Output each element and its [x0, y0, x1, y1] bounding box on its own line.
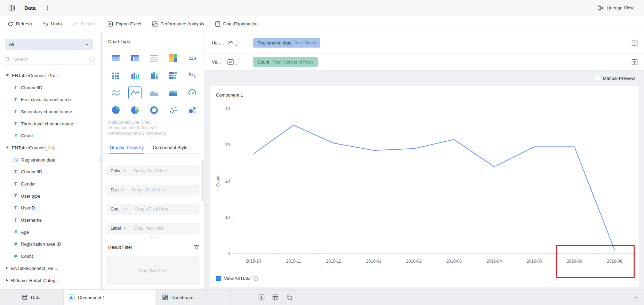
- chart-type-filled-area-icon[interactable]: [144, 84, 163, 101]
- chart-type-multi-series-line-icon[interactable]: [125, 84, 144, 101]
- view-all-data-checkbox[interactable]: [216, 276, 221, 281]
- axis-filter-button[interactable]: [631, 59, 638, 65]
- main-area: Ho... Registration date Year-Month Ve...…: [204, 32, 644, 289]
- filter-funnel-icon[interactable]: [194, 245, 199, 250]
- vertical-axis-type-button[interactable]: [227, 59, 238, 66]
- collapsed-triangle-icon[interactable]: [6, 279, 8, 282]
- more-menu-icon[interactable]: [45, 5, 50, 11]
- tree-table-item[interactable]: ENTableConnect_Us...: [0, 142, 100, 154]
- tree-field-item[interactable]: TFirst class channel name: [0, 93, 100, 106]
- tree-field-item[interactable]: TGender: [0, 178, 100, 190]
- chevron-up-icon: [634, 295, 639, 300]
- chart-type-scatter-icon[interactable]: [163, 101, 183, 119]
- gear-icon[interactable]: ⚙: [121, 188, 124, 192]
- axis-filter-button[interactable]: [631, 40, 638, 46]
- chart-type-donut-icon[interactable]: [144, 101, 163, 119]
- chart-type-detail-table-icon[interactable]: [144, 49, 163, 67]
- tree-field-item[interactable]: TThree-level channel name: [0, 118, 100, 130]
- chart-config-panel: Chart Type 123 Multi-Series Line Chart (…: [103, 32, 204, 289]
- gear-icon[interactable]: ⚙: [123, 226, 127, 231]
- refresh-icon: [7, 21, 14, 27]
- horizontal-axis-icon: [227, 39, 234, 46]
- result-filter-dropzone[interactable]: Drag Field Here: [106, 256, 200, 285]
- horizontal-axis-type-button[interactable]: [227, 39, 238, 46]
- tree-table-item[interactable]: ENTableConnect_Re...: [0, 262, 100, 274]
- chart-type-stacked-area-icon[interactable]: [163, 84, 183, 101]
- panel-resize-handle[interactable]: [98, 156, 102, 162]
- tree-field-item[interactable]: #Count: [0, 130, 100, 142]
- tab-graphic-property[interactable]: Graphic Property: [110, 142, 144, 153]
- property-row-color[interactable]: Color⚙Drag a Field Here: [106, 165, 200, 176]
- chart-type-bidirectional-bar-icon[interactable]: [183, 67, 202, 84]
- svg-text:123: 123: [188, 56, 196, 61]
- quick-add-table-button[interactable]: [271, 293, 280, 302]
- toolbar-restore-button[interactable]: Restore: [72, 21, 97, 27]
- info-icon[interactable]: [253, 276, 258, 281]
- collapse-panel-button[interactable]: [632, 293, 641, 302]
- dimension-pill[interactable]: Registration date Year-Month: [253, 38, 320, 48]
- chart-type-kpi-card-icon[interactable]: 123: [183, 49, 202, 67]
- manual-preview-toggle[interactable]: Manual Preview: [595, 76, 635, 81]
- toolbar-refresh-button[interactable]: Refresh: [7, 21, 32, 27]
- expanded-triangle-icon[interactable]: [6, 74, 9, 76]
- duplicate-component-button[interactable]: [285, 293, 293, 302]
- chart-type-color-block-icon[interactable]: [163, 49, 183, 67]
- toolbar-performance-analysis-button[interactable]: Performance Analysis: [152, 21, 204, 27]
- property-row-size[interactable]: Size⚙Drag a Field Here: [106, 184, 200, 196]
- chart-type-gauge-icon[interactable]: [183, 84, 202, 101]
- chart-type-pie-icon[interactable]: [106, 101, 125, 119]
- toolbar-undo-button[interactable]: Undo: [42, 21, 62, 27]
- manual-preview-checkbox[interactable]: [595, 76, 600, 81]
- svg-text:2016-04: 2016-04: [486, 259, 502, 264]
- chart-type-column-icon[interactable]: [125, 67, 144, 84]
- measure-pill[interactable]: Count Total Number of Rows: [253, 57, 318, 67]
- data-tab-icon: [22, 294, 28, 300]
- tree-field-item[interactable]: TUsername: [0, 214, 100, 226]
- lineage-view-button[interactable]: Lineage View: [597, 0, 634, 16]
- tree-field-item[interactable]: #Age: [0, 226, 100, 238]
- bottom-tab-component-1[interactable]: Component 1: [64, 290, 155, 305]
- property-row-con[interactable]: Con...⚙Drag a Field Here: [106, 204, 200, 215]
- tab-component-style[interactable]: Component Style: [153, 142, 187, 153]
- tree-table-item[interactable]: ENTableConnect_Pro...: [0, 69, 100, 82]
- chart-type-grouped-table-icon[interactable]: [106, 49, 125, 67]
- app-window: Data Lineage View RefreshUndoRestoreExpo…: [0, 0, 644, 305]
- tree-field-item[interactable]: TChannelID: [0, 82, 100, 94]
- view-all-data-toggle[interactable]: View All Data: [216, 276, 258, 281]
- bottom-tab-data[interactable]: Data: [0, 290, 64, 305]
- section-resize-handle[interactable]: [151, 237, 157, 238]
- gear-icon[interactable]: ⚙: [124, 207, 128, 212]
- search-input[interactable]: [13, 56, 87, 62]
- tree-field-item[interactable]: TUser type: [0, 190, 100, 202]
- collapsed-triangle-icon[interactable]: [6, 267, 8, 270]
- tree-field-item[interactable]: Registration date: [0, 154, 100, 166]
- chart-type-stacked-bar-icon[interactable]: [163, 67, 183, 84]
- text-field-icon: T: [13, 206, 18, 211]
- toolbar-export-excel-button[interactable]: Export Excel: [107, 21, 141, 27]
- property-row-label[interactable]: Label⚙Drag Field Here: [106, 223, 200, 234]
- tree-field-item[interactable]: #Count: [0, 250, 100, 262]
- table-scope-select[interactable]: All: [5, 39, 93, 50]
- scrollbar-thumb[interactable]: [202, 160, 203, 201]
- chart-type-grouped-column-icon[interactable]: [106, 67, 125, 84]
- collapse-sidebar-icon[interactable]: [9, 5, 15, 11]
- tree-field-item[interactable]: #Registration area ID: [0, 238, 100, 250]
- toolbar-data-explanation-button[interactable]: Data Explanation: [215, 21, 258, 27]
- chart-type-stacked-column-icon[interactable]: [144, 67, 163, 84]
- tree-field-item[interactable]: TChannelID: [0, 166, 100, 178]
- gear-icon[interactable]: ⚙: [123, 168, 127, 173]
- bottom-tab-dashboard[interactable]: Dashboard: [155, 290, 231, 305]
- chart-type-bubble-icon[interactable]: [183, 101, 202, 119]
- tree-field-item[interactable]: TUserID: [0, 202, 100, 214]
- chart-type-rose-pie-icon[interactable]: [125, 101, 144, 119]
- chart-type-description: Multi-Series Line Chart (Recommended) At…: [108, 119, 166, 136]
- chart-type-cross-table-icon[interactable]: [125, 49, 144, 67]
- ellipsis-circle-icon[interactable]: [89, 56, 95, 62]
- chart-type-curve-line-icon[interactable]: [106, 84, 125, 101]
- quick-add-chart-button[interactable]: [257, 293, 266, 302]
- section-resize-handle[interactable]: [151, 137, 157, 138]
- svg-text:0: 0: [227, 251, 230, 256]
- tree-table-item[interactable]: BIdemo_Retail_Categ...: [0, 274, 100, 287]
- tree-field-item[interactable]: TSecondary channel name: [0, 106, 100, 118]
- expanded-triangle-icon[interactable]: [6, 147, 9, 149]
